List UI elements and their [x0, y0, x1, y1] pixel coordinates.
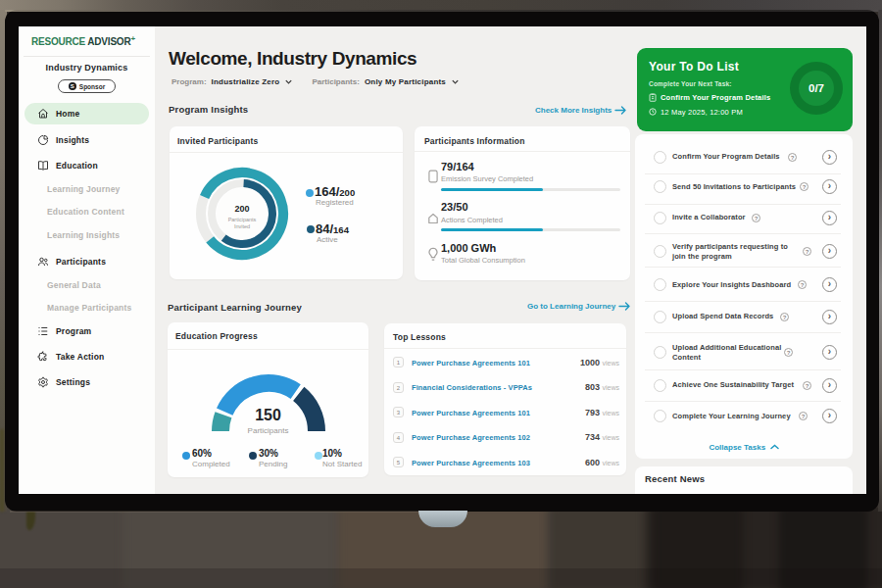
svg-text:Participants: Participants	[228, 217, 257, 222]
svg-text:200: 200	[234, 204, 249, 214]
svg-text:0/7: 0/7	[808, 82, 824, 94]
svg-text:Invited: Invited	[234, 223, 250, 229]
